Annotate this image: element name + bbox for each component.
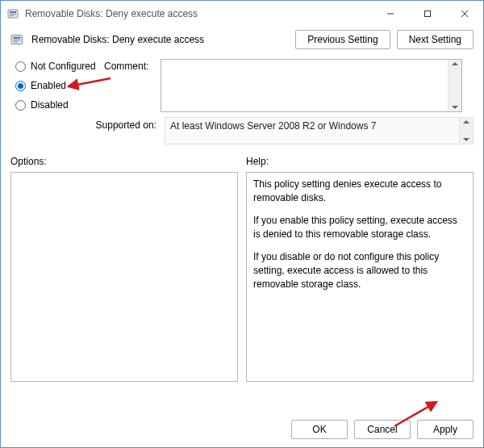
maximize-button[interactable] [409, 1, 446, 27]
settings-area: Not Configured Enabled Disabled Comment: [1, 54, 483, 144]
scrollbar[interactable] [448, 60, 461, 111]
svg-rect-2 [10, 14, 16, 15]
lower-area: Options: Help: This policy setting denie… [1, 144, 483, 412]
scroll-up-icon [463, 120, 469, 124]
radio-icon [15, 81, 26, 91]
options-label: Options: [10, 156, 238, 167]
svg-rect-1 [10, 11, 16, 13]
scrollbar[interactable] [459, 118, 473, 144]
radio-label: Disabled [31, 99, 69, 111]
footer: OK Cancel Apply [1, 412, 483, 447]
window-title: Removable Disks: Deny execute access [25, 8, 372, 19]
help-text: This policy setting denies execute acces… [253, 178, 466, 206]
ok-button[interactable]: OK [291, 420, 348, 439]
scroll-up-icon [452, 62, 458, 65]
comment-textarea[interactable] [161, 59, 462, 112]
help-panel: This policy setting denies execute acces… [246, 172, 474, 382]
previous-setting-button[interactable]: Previous Setting [295, 30, 390, 49]
scroll-down-icon [452, 106, 458, 109]
svg-rect-11 [13, 41, 18, 42]
svg-rect-3 [10, 15, 14, 16]
apply-button[interactable]: Apply [417, 420, 474, 439]
next-setting-button[interactable]: Next Setting [397, 30, 474, 49]
help-label: Help: [246, 156, 474, 167]
svg-rect-10 [13, 40, 20, 40]
help-text: If you disable or do not configure this … [253, 250, 466, 292]
policy-icon [7, 7, 20, 20]
svg-rect-5 [425, 11, 431, 17]
policy-name: Removable Disks: Deny execute access [31, 34, 295, 45]
options-panel [10, 172, 238, 382]
radio-icon [15, 61, 26, 72]
titlebar: Removable Disks: Deny execute access [1, 1, 483, 27]
supported-on-field: At least Windows Server 2008 R2 or Windo… [165, 117, 474, 144]
radio-not-configured[interactable]: Not Configured [15, 61, 104, 72]
comment-label: Comment: [104, 59, 161, 72]
header-row: Removable Disks: Deny execute access Pre… [1, 27, 483, 54]
cancel-button[interactable]: Cancel [354, 420, 411, 439]
supported-on-label: Supported on: [15, 117, 165, 131]
radio-label: Not Configured [31, 61, 96, 72]
help-text: If you enable this policy setting, execu… [253, 214, 466, 242]
radio-label: Enabled [31, 80, 66, 91]
policy-editor-window: Removable Disks: Deny execute access Rem… [0, 0, 484, 448]
supported-on-value: At least Windows Server 2008 R2 or Windo… [170, 120, 376, 132]
scroll-down-icon [463, 138, 469, 141]
radio-disabled[interactable]: Disabled [15, 99, 104, 111]
radio-enabled[interactable]: Enabled [15, 80, 104, 91]
minimize-button[interactable] [372, 1, 409, 27]
svg-rect-9 [13, 37, 20, 39]
policy-icon [10, 32, 25, 47]
radio-icon [15, 100, 26, 111]
close-button[interactable] [446, 1, 483, 27]
